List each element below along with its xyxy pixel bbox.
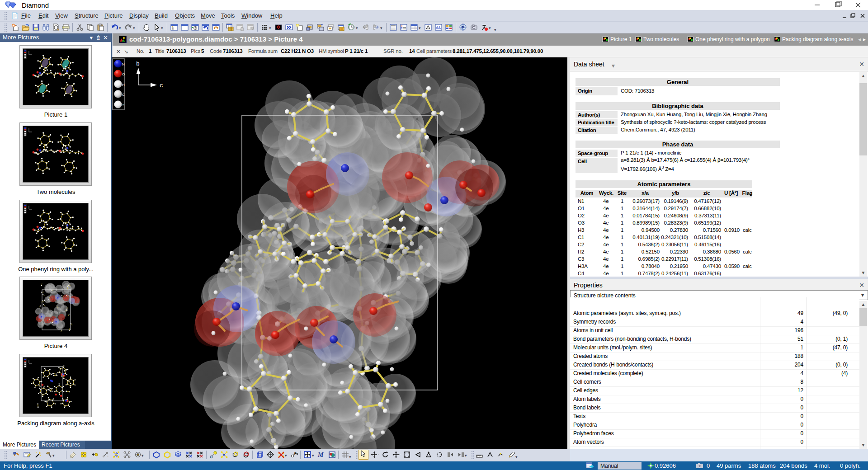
- svg-text:?: ?: [122, 103, 124, 107]
- svg-text:C: C: [122, 93, 125, 97]
- svg-text:b: b: [136, 61, 140, 67]
- svg-text:c: c: [160, 82, 163, 89]
- svg-text:H: H: [122, 83, 125, 87]
- svg-text:Fe: Fe: [294, 451, 298, 456]
- svg-text:P: P: [462, 25, 464, 30]
- svg-text:O: O: [122, 72, 125, 76]
- svg-text:N: N: [122, 62, 125, 66]
- svg-text:M: M: [317, 451, 324, 458]
